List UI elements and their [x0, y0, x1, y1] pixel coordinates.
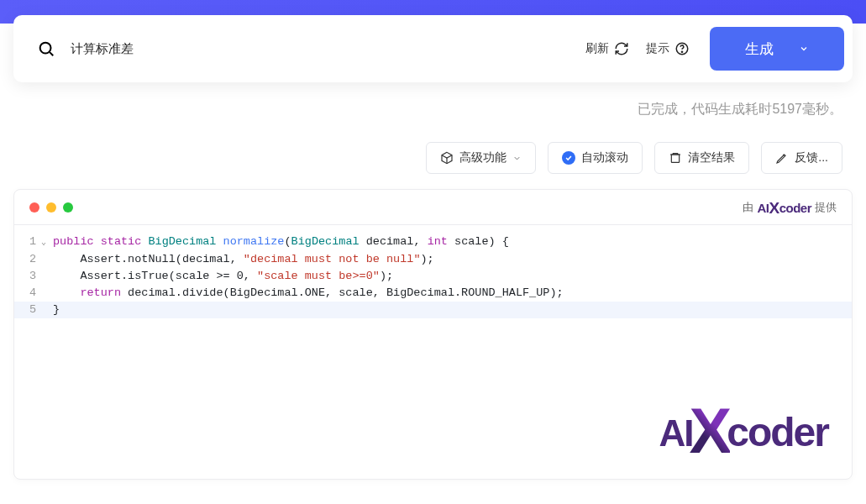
- generate-label: 生成: [745, 39, 774, 59]
- svg-point-3: [681, 51, 682, 52]
- code-line: 2 Assert.notNull(decimal, "decimal must …: [14, 251, 852, 268]
- search-bar: 刷新 提示 生成: [13, 15, 853, 82]
- svg-rect-4: [672, 155, 680, 162]
- code-panel: 由 AIXcoder 提供 1 ⌄ public static BigDecim…: [13, 189, 853, 480]
- traffic-lights: [29, 202, 73, 213]
- autoscroll-label: 自动滚动: [581, 150, 628, 165]
- refresh-button[interactable]: 刷新: [580, 38, 634, 60]
- code-line: 4 return decimal.divide(BigDecimal.ONE, …: [14, 285, 852, 302]
- advanced-button[interactable]: 高级功能: [426, 142, 536, 174]
- feedback-button[interactable]: 反馈...: [761, 142, 842, 174]
- trash-icon: [669, 151, 682, 165]
- line-number: 4: [14, 285, 41, 302]
- clear-label: 清空结果: [688, 150, 735, 165]
- refresh-icon: [614, 41, 629, 56]
- code-line: 5 }: [14, 302, 852, 318]
- check-circle-icon: [562, 151, 575, 165]
- brand-logo-small: AIXcoder: [757, 198, 811, 217]
- feedback-label: 反馈...: [795, 150, 828, 165]
- line-number: 3: [14, 268, 41, 285]
- line-number: 1: [14, 234, 41, 250]
- advanced-label: 高级功能: [459, 150, 506, 165]
- fold-icon[interactable]: ⌄: [41, 234, 53, 251]
- traffic-light-red: [29, 202, 39, 213]
- code-header: 由 AIXcoder 提供: [14, 190, 852, 225]
- autoscroll-button[interactable]: 自动滚动: [548, 142, 643, 174]
- search-input[interactable]: [71, 42, 580, 56]
- clear-button[interactable]: 清空结果: [654, 142, 749, 174]
- toolbar: 高级功能 自动滚动 清空结果 反馈...: [0, 118, 866, 174]
- code-text: return decimal.divide(BigDecimal.ONE, sc…: [53, 285, 564, 302]
- search-icon: [37, 39, 55, 58]
- by-prefix: 由: [743, 200, 753, 215]
- code-line: 1 ⌄ public static BigDecimal normalize(B…: [14, 234, 852, 251]
- tip-button[interactable]: 提示: [641, 38, 695, 60]
- brand-watermark: AIXcoder: [659, 387, 828, 460]
- svg-point-0: [40, 43, 51, 54]
- cube-icon: [440, 151, 454, 165]
- code-line: 3 Assert.isTrue(scale >= 0, "scale must …: [14, 268, 852, 285]
- chevron-down-icon: [799, 44, 809, 54]
- status-text: 已完成，代码生成耗时5197毫秒。: [0, 82, 866, 118]
- code-text: }: [53, 302, 60, 318]
- traffic-light-green: [63, 202, 73, 213]
- by-suffix: 提供: [815, 200, 837, 215]
- generate-button[interactable]: 生成: [710, 27, 844, 71]
- line-number: 2: [14, 251, 41, 268]
- search-actions: 刷新 提示 生成: [580, 27, 844, 71]
- svg-line-1: [50, 52, 53, 55]
- traffic-light-yellow: [46, 202, 56, 213]
- provided-by: 由 AIXcoder 提供: [743, 198, 837, 217]
- code-text: Assert.isTrue(scale >= 0, "scale must be…: [53, 268, 393, 285]
- code-text: Assert.notNull(decimal, "decimal must no…: [53, 251, 434, 268]
- code-text: public static BigDecimal normalize(BigDe…: [53, 234, 509, 250]
- pencil-icon: [775, 151, 789, 165]
- refresh-label: 刷新: [585, 41, 609, 56]
- tip-label: 提示: [646, 41, 669, 56]
- line-number: 5: [14, 302, 41, 318]
- chevron-down-icon: [512, 154, 522, 163]
- help-icon: [674, 41, 690, 56]
- code-body[interactable]: 1 ⌄ public static BigDecimal normalize(B…: [14, 225, 852, 327]
